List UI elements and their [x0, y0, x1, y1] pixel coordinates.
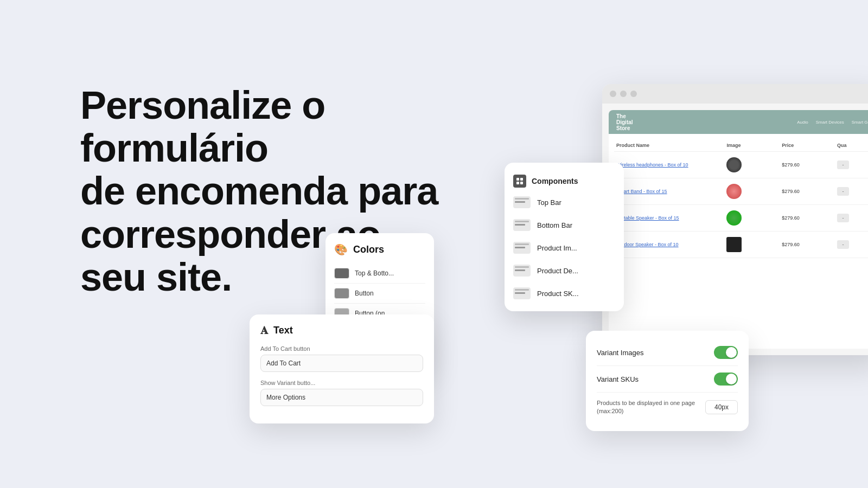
table-row: Smart Band - Box of 15 $279.60 - [614, 178, 868, 205]
variant-skus-label: Variant SKUs [597, 375, 639, 383]
variant-images-row: Variant Images [597, 339, 738, 366]
color-label-1: Top & Botto... [355, 269, 394, 277]
browser-mockup: TheDigitalStore Audio Smart Devices Smar… [602, 84, 868, 355]
comp-label-productimg: Product Im... [537, 244, 577, 252]
show-variant-input[interactable] [260, 389, 423, 406]
svg-rect-3 [520, 182, 523, 184]
table-row: Outdoor Speaker - Box of 10 $279.60 - [614, 232, 868, 258]
table-row: Portable Speaker - Box of 15 $279.60 - [614, 205, 868, 232]
svg-rect-0 [516, 178, 519, 181]
comp-item-productsk[interactable]: Product SK... [505, 282, 624, 305]
store-header: TheDigitalStore Audio Smart Devices Smar… [609, 110, 868, 134]
components-icon [513, 175, 526, 188]
show-variant-field: Show Variant butto... [260, 380, 423, 406]
variant-skus-row: Variant SKUs [597, 366, 738, 393]
table-row: Wireless headphones - Box of 10 $279.60 … [614, 152, 868, 178]
products-per-page-input[interactable] [705, 400, 738, 414]
comp-label-productsk: Product SK... [537, 290, 579, 298]
product-name-1: Wireless headphones - Box of 10 [616, 162, 726, 168]
add-to-cart-input[interactable] [260, 355, 423, 372]
product-name-2: Smart Band - Box of 15 [616, 189, 726, 194]
settings-panel: Variant Images Variant SKUs Products to … [586, 331, 749, 431]
palette-icon: 🎨 [334, 243, 348, 256]
svg-rect-1 [520, 178, 523, 181]
variant-skus-toggle[interactable] [714, 373, 738, 386]
color-row-topbottom[interactable]: Top & Botto... [334, 264, 425, 284]
product-price-4: $279.60 [782, 242, 837, 247]
color-label-2: Button [355, 290, 374, 297]
text-title: Text [273, 325, 293, 336]
product-img-2 [726, 184, 742, 199]
product-price-3: $279.60 [782, 215, 837, 221]
variant-images-label: Variant Images [597, 349, 643, 357]
product-name-4: Outdoor Speaker - Box of 10 [616, 242, 726, 247]
add-to-cart-label: Add To Cart button [260, 345, 423, 352]
col-product-name: Product Name [616, 143, 726, 148]
comp-item-productde[interactable]: Product De... [505, 259, 624, 282]
comp-label-topbar: Top Bar [537, 198, 561, 207]
products-desc: Products to be displayed in one page (ma… [597, 399, 705, 416]
comp-icon-productimg [513, 242, 531, 254]
comp-label-productde: Product De... [537, 267, 578, 275]
product-price-2: $279.60 [782, 189, 837, 194]
colors-title: Colors [353, 244, 384, 255]
text-icon: 𝐀 [260, 324, 268, 337]
text-panel-header: 𝐀 Text [260, 324, 423, 337]
browser-dot-1 [610, 91, 616, 97]
nav-audio: Audio [797, 120, 808, 125]
qty-btn-4[interactable]: - [837, 240, 849, 249]
nav-smart: Smart Devices [816, 120, 844, 125]
add-to-cart-field: Add To Cart button [260, 345, 423, 372]
product-img-3 [726, 210, 742, 226]
components-header-label: Components [532, 177, 578, 185]
col-price: Price [782, 143, 837, 148]
variant-images-toggle[interactable] [714, 346, 738, 359]
col-qty: Qua [837, 143, 868, 148]
comp-item-topbar[interactable]: Top Bar [505, 191, 624, 214]
browser-titlebar [602, 84, 868, 104]
product-img-4 [726, 237, 742, 252]
browser-dot-3 [630, 91, 637, 97]
components-header: Components [505, 169, 624, 191]
product-img-1 [726, 157, 742, 172]
color-swatch-2 [334, 288, 349, 299]
qty-btn-1[interactable]: - [837, 160, 849, 169]
qty-btn-2[interactable]: - [837, 187, 849, 196]
color-swatch-1 [334, 268, 349, 279]
comp-icon-bottombar [513, 219, 531, 231]
comp-icon-productsk [513, 287, 531, 299]
comp-label-bottombar: Bottom Bar [537, 221, 572, 229]
store-table: Product Name Image Price Qua Wireless he… [609, 134, 868, 264]
show-variant-label: Show Variant butto... [260, 380, 423, 386]
svg-rect-2 [516, 182, 519, 184]
comp-item-productimg[interactable]: Product Im... [505, 236, 624, 259]
store-inner: TheDigitalStore Audio Smart Devices Smar… [609, 110, 868, 349]
colors-header: 🎨 Colors [334, 243, 425, 256]
text-panel: 𝐀 Text Add To Cart button Show Variant b… [250, 314, 434, 423]
products-per-page-row: Products to be displayed in one page (ma… [597, 393, 738, 422]
table-header-row: Product Name Image Price Qua [614, 139, 868, 152]
col-image: Image [726, 143, 782, 148]
product-price-1: $279.60 [782, 162, 837, 168]
comp-icon-productde [513, 265, 531, 277]
store-logo: TheDigitalStore [616, 113, 633, 131]
comp-icon-topbar [513, 196, 531, 208]
browser-dot-2 [620, 91, 627, 97]
comp-item-bottombar[interactable]: Bottom Bar [505, 214, 624, 236]
color-row-button[interactable]: Button [334, 284, 425, 304]
nav-smart2: Smart Ga [852, 120, 868, 125]
qty-btn-3[interactable]: - [837, 214, 849, 222]
product-name-3: Portable Speaker - Box of 15 [616, 215, 726, 221]
store-nav: Audio Smart Devices Smart Ga [797, 120, 868, 125]
components-panel: Components Top Bar Bottom Bar Product Im… [505, 163, 624, 311]
